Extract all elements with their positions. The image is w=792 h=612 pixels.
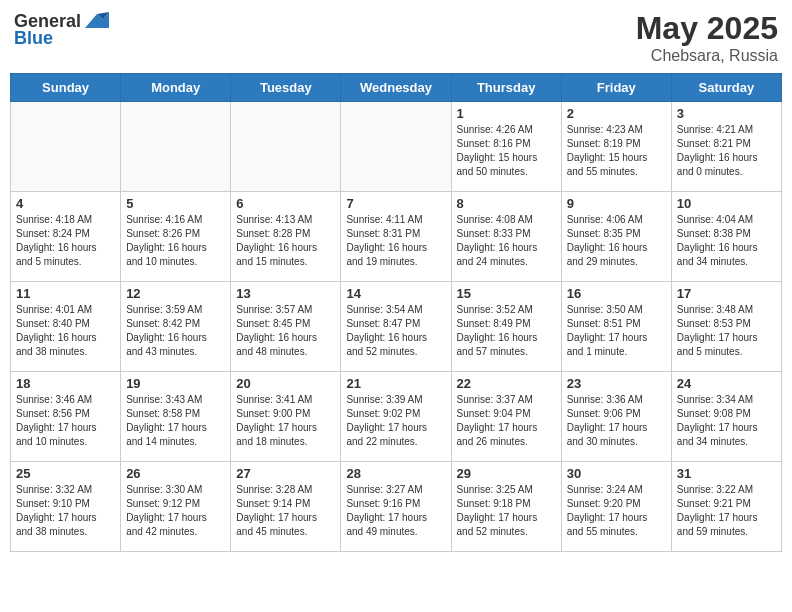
day-info: Sunrise: 4:13 AM Sunset: 8:28 PM Dayligh… <box>236 213 335 269</box>
day-number: 24 <box>677 376 776 391</box>
day-info: Sunrise: 3:22 AM Sunset: 9:21 PM Dayligh… <box>677 483 776 539</box>
day-info: Sunrise: 3:50 AM Sunset: 8:51 PM Dayligh… <box>567 303 666 359</box>
day-info: Sunrise: 3:32 AM Sunset: 9:10 PM Dayligh… <box>16 483 115 539</box>
weekday-header-thursday: Thursday <box>451 74 561 102</box>
weekday-header-monday: Monday <box>121 74 231 102</box>
day-number: 17 <box>677 286 776 301</box>
calendar-cell <box>11 102 121 192</box>
day-number: 26 <box>126 466 225 481</box>
day-number: 4 <box>16 196 115 211</box>
calendar-cell: 10Sunrise: 4:04 AM Sunset: 8:38 PM Dayli… <box>671 192 781 282</box>
calendar-cell: 12Sunrise: 3:59 AM Sunset: 8:42 PM Dayli… <box>121 282 231 372</box>
weekday-header-tuesday: Tuesday <box>231 74 341 102</box>
calendar-cell: 3Sunrise: 4:21 AM Sunset: 8:21 PM Daylig… <box>671 102 781 192</box>
day-number: 23 <box>567 376 666 391</box>
calendar-cell: 15Sunrise: 3:52 AM Sunset: 8:49 PM Dayli… <box>451 282 561 372</box>
day-number: 14 <box>346 286 445 301</box>
day-info: Sunrise: 4:01 AM Sunset: 8:40 PM Dayligh… <box>16 303 115 359</box>
calendar-cell: 21Sunrise: 3:39 AM Sunset: 9:02 PM Dayli… <box>341 372 451 462</box>
calendar-cell: 14Sunrise: 3:54 AM Sunset: 8:47 PM Dayli… <box>341 282 451 372</box>
day-info: Sunrise: 4:11 AM Sunset: 8:31 PM Dayligh… <box>346 213 445 269</box>
day-number: 3 <box>677 106 776 121</box>
weekday-header-saturday: Saturday <box>671 74 781 102</box>
day-number: 19 <box>126 376 225 391</box>
day-number: 29 <box>457 466 556 481</box>
day-info: Sunrise: 3:30 AM Sunset: 9:12 PM Dayligh… <box>126 483 225 539</box>
day-info: Sunrise: 4:23 AM Sunset: 8:19 PM Dayligh… <box>567 123 666 179</box>
day-number: 13 <box>236 286 335 301</box>
day-info: Sunrise: 3:27 AM Sunset: 9:16 PM Dayligh… <box>346 483 445 539</box>
day-info: Sunrise: 3:36 AM Sunset: 9:06 PM Dayligh… <box>567 393 666 449</box>
day-info: Sunrise: 3:39 AM Sunset: 9:02 PM Dayligh… <box>346 393 445 449</box>
calendar-cell: 31Sunrise: 3:22 AM Sunset: 9:21 PM Dayli… <box>671 462 781 552</box>
logo-bird-icon <box>83 10 109 32</box>
title-block: May 2025 Chebsara, Russia <box>636 10 778 65</box>
calendar-cell <box>231 102 341 192</box>
day-number: 10 <box>677 196 776 211</box>
day-number: 18 <box>16 376 115 391</box>
calendar-cell: 22Sunrise: 3:37 AM Sunset: 9:04 PM Dayli… <box>451 372 561 462</box>
title-month: May 2025 <box>636 10 778 47</box>
calendar-cell: 19Sunrise: 3:43 AM Sunset: 8:58 PM Dayli… <box>121 372 231 462</box>
calendar-cell: 9Sunrise: 4:06 AM Sunset: 8:35 PM Daylig… <box>561 192 671 282</box>
day-number: 16 <box>567 286 666 301</box>
calendar-cell <box>341 102 451 192</box>
day-number: 28 <box>346 466 445 481</box>
day-info: Sunrise: 3:25 AM Sunset: 9:18 PM Dayligh… <box>457 483 556 539</box>
day-info: Sunrise: 3:28 AM Sunset: 9:14 PM Dayligh… <box>236 483 335 539</box>
day-number: 30 <box>567 466 666 481</box>
page-header: General Blue May 2025 Chebsara, Russia <box>10 10 782 65</box>
day-info: Sunrise: 3:37 AM Sunset: 9:04 PM Dayligh… <box>457 393 556 449</box>
day-number: 2 <box>567 106 666 121</box>
calendar-cell: 30Sunrise: 3:24 AM Sunset: 9:20 PM Dayli… <box>561 462 671 552</box>
day-number: 8 <box>457 196 556 211</box>
calendar-cell: 27Sunrise: 3:28 AM Sunset: 9:14 PM Dayli… <box>231 462 341 552</box>
day-number: 6 <box>236 196 335 211</box>
calendar-cell: 20Sunrise: 3:41 AM Sunset: 9:00 PM Dayli… <box>231 372 341 462</box>
day-number: 11 <box>16 286 115 301</box>
calendar-cell <box>121 102 231 192</box>
calendar-cell: 6Sunrise: 4:13 AM Sunset: 8:28 PM Daylig… <box>231 192 341 282</box>
day-info: Sunrise: 4:21 AM Sunset: 8:21 PM Dayligh… <box>677 123 776 179</box>
day-number: 1 <box>457 106 556 121</box>
title-location: Chebsara, Russia <box>636 47 778 65</box>
calendar-cell: 28Sunrise: 3:27 AM Sunset: 9:16 PM Dayli… <box>341 462 451 552</box>
calendar-cell: 17Sunrise: 3:48 AM Sunset: 8:53 PM Dayli… <box>671 282 781 372</box>
calendar-cell: 26Sunrise: 3:30 AM Sunset: 9:12 PM Dayli… <box>121 462 231 552</box>
day-info: Sunrise: 3:52 AM Sunset: 8:49 PM Dayligh… <box>457 303 556 359</box>
day-info: Sunrise: 3:57 AM Sunset: 8:45 PM Dayligh… <box>236 303 335 359</box>
calendar-cell: 8Sunrise: 4:08 AM Sunset: 8:33 PM Daylig… <box>451 192 561 282</box>
day-number: 7 <box>346 196 445 211</box>
day-number: 15 <box>457 286 556 301</box>
day-info: Sunrise: 3:46 AM Sunset: 8:56 PM Dayligh… <box>16 393 115 449</box>
day-number: 9 <box>567 196 666 211</box>
day-info: Sunrise: 4:06 AM Sunset: 8:35 PM Dayligh… <box>567 213 666 269</box>
calendar-cell: 18Sunrise: 3:46 AM Sunset: 8:56 PM Dayli… <box>11 372 121 462</box>
weekday-header-sunday: Sunday <box>11 74 121 102</box>
day-info: Sunrise: 3:24 AM Sunset: 9:20 PM Dayligh… <box>567 483 666 539</box>
day-number: 12 <box>126 286 225 301</box>
logo-text-blue: Blue <box>14 28 53 49</box>
calendar-cell: 23Sunrise: 3:36 AM Sunset: 9:06 PM Dayli… <box>561 372 671 462</box>
calendar-cell: 7Sunrise: 4:11 AM Sunset: 8:31 PM Daylig… <box>341 192 451 282</box>
day-number: 20 <box>236 376 335 391</box>
day-info: Sunrise: 4:18 AM Sunset: 8:24 PM Dayligh… <box>16 213 115 269</box>
logo: General Blue <box>14 10 109 49</box>
day-info: Sunrise: 3:41 AM Sunset: 9:00 PM Dayligh… <box>236 393 335 449</box>
day-number: 31 <box>677 466 776 481</box>
calendar-cell: 2Sunrise: 4:23 AM Sunset: 8:19 PM Daylig… <box>561 102 671 192</box>
day-number: 25 <box>16 466 115 481</box>
day-number: 22 <box>457 376 556 391</box>
day-number: 27 <box>236 466 335 481</box>
calendar-cell: 25Sunrise: 3:32 AM Sunset: 9:10 PM Dayli… <box>11 462 121 552</box>
day-info: Sunrise: 4:16 AM Sunset: 8:26 PM Dayligh… <box>126 213 225 269</box>
calendar-cell: 5Sunrise: 4:16 AM Sunset: 8:26 PM Daylig… <box>121 192 231 282</box>
calendar-cell: 1Sunrise: 4:26 AM Sunset: 8:16 PM Daylig… <box>451 102 561 192</box>
day-info: Sunrise: 4:26 AM Sunset: 8:16 PM Dayligh… <box>457 123 556 179</box>
calendar-cell: 29Sunrise: 3:25 AM Sunset: 9:18 PM Dayli… <box>451 462 561 552</box>
day-info: Sunrise: 3:43 AM Sunset: 8:58 PM Dayligh… <box>126 393 225 449</box>
day-number: 5 <box>126 196 225 211</box>
weekday-header-friday: Friday <box>561 74 671 102</box>
day-number: 21 <box>346 376 445 391</box>
calendar-cell: 24Sunrise: 3:34 AM Sunset: 9:08 PM Dayli… <box>671 372 781 462</box>
